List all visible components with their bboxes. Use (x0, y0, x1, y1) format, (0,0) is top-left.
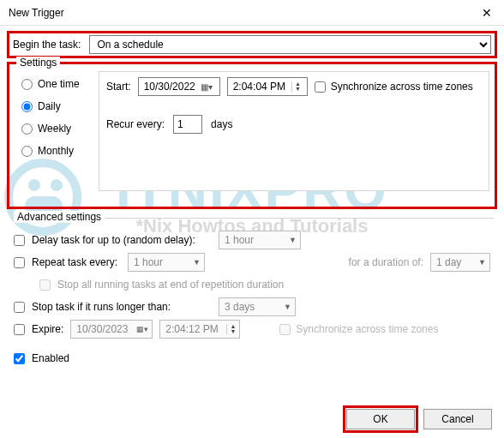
chevron-down-icon: ▼ (284, 303, 291, 311)
window-title: New Trigger (9, 7, 470, 19)
calendar-icon: ▦▾ (136, 325, 148, 333)
dialog-buttons: OK Cancel (346, 409, 492, 429)
recur-label: Recur every: (106, 118, 165, 130)
expire-time-value: 2:04:12 PM (165, 323, 218, 335)
expire-sync-checkbox (279, 324, 291, 335)
stop-all-checkbox (39, 279, 51, 291)
start-date-picker[interactable]: 10/30/2022 ▦▾ (138, 77, 220, 96)
delay-checkbox[interactable] (14, 235, 25, 246)
repeat-checkbox[interactable] (14, 257, 25, 268)
radio-weekly-input[interactable] (21, 123, 33, 135)
close-button[interactable]: ✕ (470, 0, 504, 26)
begin-task-row: Begin the task: On a schedule (7, 31, 497, 58)
delay-label: Delay task for up to (random delay): (32, 234, 212, 246)
expire-checkbox[interactable] (14, 324, 25, 335)
stop-if-checkbox[interactable] (14, 302, 25, 313)
expire-time-picker[interactable]: 2:04:12 PM ▲▼ (159, 320, 240, 339)
ok-button-label: OK (373, 413, 387, 425)
advanced-settings-group: Advanced settings Delay task for up to (… (10, 218, 494, 373)
cancel-button[interactable]: Cancel (423, 409, 492, 429)
settings-group: Settings One time Daily Weekly Monthly S… (7, 62, 497, 209)
repeat-dropdown[interactable]: 1 hour ▼ (128, 253, 205, 272)
stop-all-label: Stop all running tasks at end of repetit… (57, 279, 284, 291)
duration-dropdown[interactable]: 1 day ▼ (430, 253, 490, 272)
sync-timezones-label: Synchronize across time zones (331, 81, 473, 93)
begin-task-dropdown[interactable]: On a schedule (89, 35, 491, 54)
cancel-button-label: Cancel (441, 413, 473, 425)
schedule-panel: Start: 10/30/2022 ▦▾ 2:04:04 PM ▲▼ Synch… (99, 71, 489, 191)
radio-one-time[interactable]: One time (21, 78, 92, 90)
stop-if-value: 3 days (225, 301, 255, 313)
radio-monthly-label: Monthly (38, 145, 74, 157)
begin-task-label: Begin the task: (13, 39, 81, 51)
chevron-down-icon: ▼ (478, 258, 486, 267)
chevron-down-icon: ▼ (289, 236, 297, 244)
settings-legend: Settings (16, 57, 60, 69)
chevron-down-icon: ▼ (193, 258, 201, 267)
radio-daily-label: Daily (38, 100, 61, 112)
stop-if-dropdown[interactable]: 3 days ▼ (219, 297, 296, 316)
repeat-label: Repeat task every: (32, 256, 121, 268)
start-time-picker[interactable]: 2:04:04 PM ▲▼ (227, 77, 308, 96)
frequency-radios: One time Daily Weekly Monthly (15, 71, 92, 191)
close-icon: ✕ (482, 6, 492, 20)
title-bar: New Trigger ✕ (0, 0, 504, 26)
start-time-value: 2:04:04 PM (233, 81, 289, 93)
recur-unit: days (211, 118, 232, 130)
advanced-legend: Advanced settings (14, 211, 105, 223)
radio-weekly-label: Weekly (38, 123, 71, 135)
calendar-icon: ▦▾ (199, 82, 214, 92)
radio-monthly[interactable]: Monthly (21, 145, 92, 157)
expire-date-picker[interactable]: 10/30/2023 ▦▾ (70, 320, 153, 339)
recur-value-input[interactable] (173, 115, 202, 134)
radio-one-time-label: One time (38, 78, 80, 90)
time-spinner-icon: ▲▼ (291, 81, 301, 92)
ok-button[interactable]: OK (346, 409, 415, 429)
expire-label: Expire: (32, 323, 63, 335)
delay-dropdown[interactable]: 1 hour ▼ (219, 231, 301, 249)
radio-daily-input[interactable] (21, 101, 33, 112)
radio-one-time-input[interactable] (21, 79, 33, 90)
sync-timezones[interactable]: Synchronize across time zones (315, 81, 473, 93)
duration-value: 1 day (436, 256, 461, 268)
time-spinner-icon: ▲▼ (226, 324, 236, 334)
sync-timezones-checkbox[interactable] (315, 81, 326, 93)
radio-daily[interactable]: Daily (21, 100, 92, 112)
start-date-value: 10/30/2022 (144, 81, 199, 93)
duration-label: for a duration of: (349, 256, 423, 268)
delay-value: 1 hour (225, 234, 254, 246)
enabled-label: Enabled (32, 352, 69, 364)
repeat-value: 1 hour (134, 256, 163, 268)
start-label: Start: (106, 81, 131, 93)
enabled-checkbox[interactable] (14, 353, 25, 364)
stop-if-label: Stop task if it runs longer than: (32, 301, 212, 313)
radio-monthly-input[interactable] (21, 146, 33, 157)
expire-sync: Synchronize across time zones (279, 323, 438, 335)
expire-date-value: 10/30/2023 (76, 323, 128, 335)
radio-weekly[interactable]: Weekly (21, 123, 92, 135)
expire-sync-label: Synchronize across time zones (296, 323, 438, 335)
